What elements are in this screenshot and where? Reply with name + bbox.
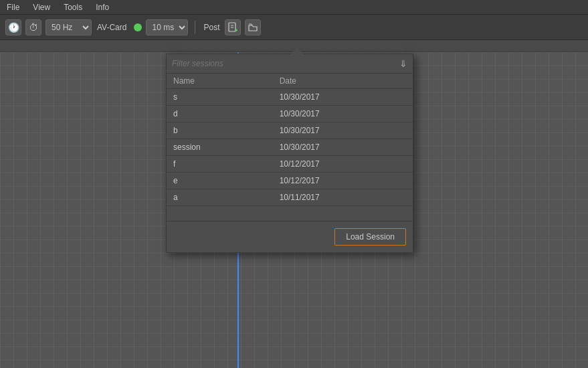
menu-info[interactable]: Info [93,1,112,13]
grid-area: ⇓ Name Date s10/30/2017d10/30/2017b10/30… [0,40,588,368]
load-session-button[interactable]: Load Session [334,228,406,246]
session-date-cell: 10/30/2017 [273,89,413,106]
session-date-cell: 10/30/2017 [273,122,413,139]
filter-bar: ⇓ [167,54,413,74]
clock-icon[interactable]: 🕐 [5,19,21,35]
session-name-cell: b [167,122,273,139]
session-date-cell: 10/30/2017 [273,139,413,156]
table-row[interactable]: s10/30/2017 [167,89,413,106]
frequency-select[interactable]: 50 Hz 60 Hz 100 Hz [45,19,92,35]
session-name-cell: a [167,189,273,206]
menu-tools[interactable]: Tools [61,1,85,13]
col-name-header: Name [167,74,273,89]
table-row[interactable]: b10/30/2017 [167,122,413,139]
session-name-cell: session [167,139,273,156]
popup-footer: Load Session [167,221,413,252]
session-table-wrapper: Name Date s10/30/2017d10/30/2017b10/30/2… [167,74,413,221]
table-row[interactable]: f10/12/2017 [167,156,413,173]
session-date-cell: 10/12/2017 [273,156,413,173]
session-name-cell: e [167,173,273,189]
table-row[interactable]: e10/12/2017 [167,173,413,189]
session-date-cell: 10/11/2017 [273,189,413,206]
session-date-cell: 10/12/2017 [273,173,413,189]
filter-input[interactable] [172,59,399,68]
new-session-icon[interactable] [225,19,241,35]
col-date-header: Date [273,74,413,89]
stopwatch-icon[interactable]: ⏱ [25,19,41,35]
status-dot [134,23,142,31]
interval-select[interactable]: 10 ms 5 ms 20 ms [146,19,188,35]
post-label: Post [203,23,219,32]
menu-bar: File View Tools Info [0,0,588,15]
menu-view[interactable]: View [30,1,53,13]
filter-icon[interactable]: ⇓ [399,58,407,69]
table-row[interactable]: d10/30/2017 [167,106,413,122]
separator [195,21,195,34]
session-name-cell: d [167,106,273,122]
table-row[interactable]: session10/30/2017 [167,139,413,156]
session-popup: ⇓ Name Date s10/30/2017d10/30/2017b10/30… [166,54,413,253]
open-folder-icon[interactable] [245,19,261,35]
toolbar: 🕐 ⏱ 50 Hz 60 Hz 100 Hz AV-Card 10 ms 5 m… [0,15,588,40]
session-name-cell: s [167,89,273,106]
menu-file[interactable]: File [4,1,22,13]
session-table: Name Date s10/30/2017d10/30/2017b10/30/2… [167,74,413,206]
device-label: AV-Card [97,23,126,32]
table-row[interactable]: a10/11/2017 [167,189,413,206]
popup-arrow [290,48,304,54]
session-name-cell: f [167,156,273,173]
session-date-cell: 10/30/2017 [273,106,413,122]
